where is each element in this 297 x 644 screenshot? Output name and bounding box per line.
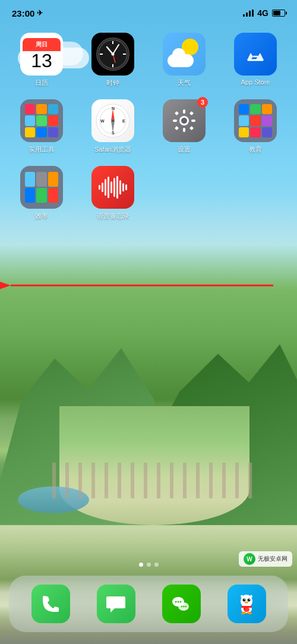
utility-label: 实用工具 [29,145,55,154]
status-bar: 23:00 ✈ 4G [0,0,297,26]
svg-rect-48 [241,606,252,608]
svg-text:E: E [122,119,125,123]
battery-icon [272,10,285,17]
svg-point-42 [249,599,250,600]
dock [9,576,288,632]
safari-icon: N S E W [91,99,134,142]
svg-point-8 [112,53,115,56]
page-dot-1 [139,563,143,567]
safari-label: Safari浏览器 [94,145,131,154]
svg-rect-26 [175,126,179,130]
calendar-icon: 周日 13 [20,33,63,76]
svg-text:N: N [112,106,115,111]
settings-label: 设置 [178,145,191,154]
app-grid: 周日 13 日历 [9,33,288,221]
messages-icon [105,593,127,615]
app-efficiency[interactable]: 效率 [9,166,74,221]
voicememo-label: 语音备忘录 [97,212,129,221]
voicememo-icon [91,166,134,209]
efficiency-mini-grid [20,166,63,209]
dock-wechat[interactable] [162,585,201,623]
svg-point-17 [112,120,115,122]
efficiency-label: 效率 [35,212,48,221]
appstore-icon [234,33,277,76]
qq-icon [235,593,258,615]
status-right: 4G [243,8,285,18]
weather-cloud [168,54,194,67]
svg-rect-20 [183,109,185,114]
weather-label: 天气 [178,78,191,87]
dock-qq[interactable] [228,585,266,623]
svg-rect-27 [189,126,194,130]
signal-bar-1 [243,14,245,17]
calendar-header: 周日 [23,38,61,51]
app-utility[interactable]: 实用工具 [9,99,74,154]
watermark-logo: W [244,553,255,565]
svg-rect-25 [189,111,194,115]
wechat-icon [169,592,193,616]
svg-point-33 [180,601,182,602]
appstore-label: App Store [241,78,270,86]
svg-point-40 [248,598,251,601]
svg-rect-23 [191,120,195,122]
utility-icon [20,99,63,142]
settings-svg [172,108,197,133]
battery-fill [273,11,280,15]
app-weather[interactable]: 天气 [151,33,217,87]
app-calendar[interactable]: 周日 13 日历 [9,33,74,87]
page-dot-2 [147,563,151,567]
app-appstore[interactable]: App Store [223,33,288,87]
clock-icon [91,33,134,76]
svg-point-31 [175,601,177,602]
svg-point-39 [243,598,246,601]
village [48,463,261,498]
calendar-date: 13 [31,51,52,70]
svg-point-36 [183,605,185,607]
svg-text:S: S [112,131,115,135]
svg-point-41 [244,599,245,600]
page-dot-3 [154,563,159,567]
signal-bar-2 [246,12,248,17]
network-type: 4G [257,8,268,18]
weather-icon [163,33,206,76]
svg-point-19 [181,118,187,124]
efficiency-icon [20,166,63,209]
status-time-group: 23:00 ✈ [12,8,43,18]
clock-face [96,37,129,71]
utility-mini-grid [20,99,63,142]
app-safari[interactable]: N S E W Safari浏览器 [80,99,146,154]
dock-phone[interactable] [31,585,70,623]
phone-icon [40,593,61,615]
app-education[interactable]: 教育 [223,99,288,154]
settings-icon: 3 [163,99,206,142]
svg-point-32 [178,601,179,602]
location-icon: ✈ [37,9,43,17]
svg-point-43 [245,601,248,603]
signal-bar-4 [252,10,254,17]
education-label: 教育 [249,145,262,154]
svg-point-35 [181,605,183,607]
appstore-svg [242,41,268,67]
watermark: W 无极安卓网 [239,551,292,567]
education-mini-grid [234,99,277,142]
signal-bars [243,10,254,17]
safari-svg: N S E W [95,103,131,139]
dock-messages[interactable] [97,585,135,623]
svg-text:W: W [100,119,105,123]
clock-svg [97,39,128,70]
svg-rect-49 [244,606,246,610]
status-time: 23:00 [12,8,34,18]
settings-badge: 3 [197,97,208,108]
education-icon [234,99,277,142]
signal-bar-3 [249,11,251,17]
watermark-text: 无极安卓网 [258,555,287,563]
app-settings[interactable]: 3 设置 [151,99,217,154]
app-voicememo[interactable]: 语音备忘录 [80,166,146,221]
svg-point-37 [185,605,187,607]
app-clock[interactable]: 时钟 [80,33,146,87]
clock-label: 时钟 [106,78,119,87]
wave-bars [99,175,127,199]
svg-rect-21 [183,128,185,132]
svg-rect-24 [175,111,179,115]
calendar-label: 日历 [35,78,48,87]
